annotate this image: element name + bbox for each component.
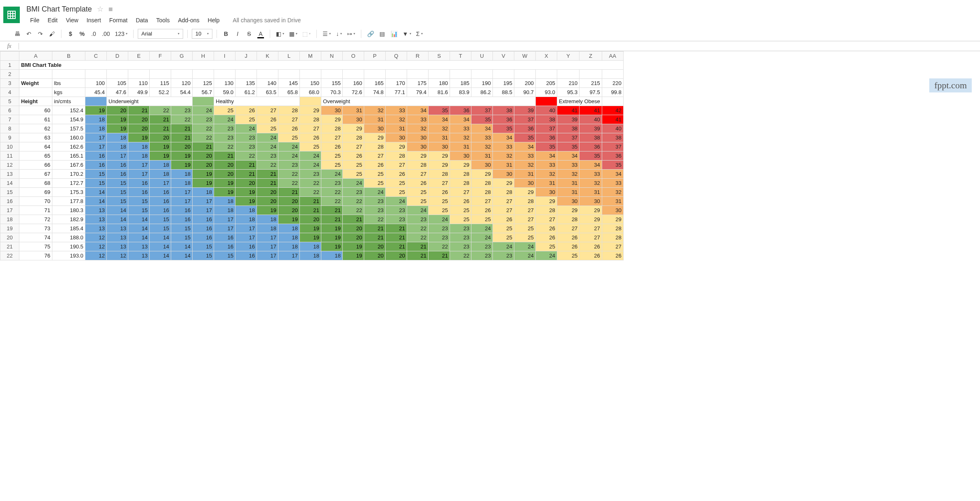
menu-help[interactable]: Help bbox=[204, 15, 224, 25]
bmi-cell[interactable]: 30 bbox=[321, 106, 343, 115]
bmi-cell[interactable]: 16 bbox=[150, 188, 171, 197]
bmi-cell[interactable]: 20 bbox=[386, 251, 407, 260]
bmi-cell[interactable]: 32 bbox=[536, 170, 557, 179]
bmi-cell[interactable]: 17 bbox=[193, 197, 214, 206]
col-header[interactable]: S bbox=[429, 52, 450, 61]
bmi-cell[interactable]: 19 bbox=[107, 115, 128, 124]
cell[interactable]: 182.9 bbox=[52, 215, 85, 224]
font-size-select[interactable]: 10 bbox=[192, 29, 212, 39]
bmi-cell[interactable]: 32 bbox=[429, 124, 450, 133]
row-header[interactable]: 6 bbox=[0, 106, 19, 115]
bmi-cell[interactable]: 24 bbox=[493, 242, 514, 251]
bmi-cell[interactable]: 33 bbox=[557, 161, 580, 170]
bmi-cell[interactable]: 24 bbox=[193, 106, 214, 115]
bmi-cell[interactable]: 22 bbox=[343, 197, 364, 206]
bmi-cell[interactable]: 36 bbox=[602, 151, 623, 161]
bmi-cell[interactable]: 27 bbox=[493, 197, 514, 206]
bmi-cell[interactable]: 27 bbox=[364, 151, 386, 161]
bmi-cell[interactable]: 21 bbox=[364, 224, 386, 233]
cell[interactable]: 63.5 bbox=[257, 88, 278, 97]
cell[interactable] bbox=[193, 70, 214, 79]
bmi-cell[interactable]: 31 bbox=[471, 151, 493, 161]
row-header[interactable]: 9 bbox=[0, 133, 19, 142]
bmi-cell[interactable]: 33 bbox=[580, 170, 602, 179]
bmi-cell[interactable]: 25 bbox=[343, 161, 364, 170]
col-header[interactable]: F bbox=[150, 52, 171, 61]
bmi-cell[interactable]: 18 bbox=[171, 179, 193, 188]
halign-icon[interactable]: ☰ bbox=[321, 29, 332, 39]
bmi-cell[interactable]: 14 bbox=[171, 242, 193, 251]
col-header[interactable]: R bbox=[407, 52, 429, 61]
cell[interactable] bbox=[236, 70, 257, 79]
bmi-cell[interactable]: 35 bbox=[471, 115, 493, 124]
cell[interactable]: 76 bbox=[19, 251, 52, 260]
borders-icon[interactable]: ▦ bbox=[287, 29, 299, 39]
cell[interactable]: 152.4 bbox=[52, 106, 85, 115]
bmi-cell[interactable]: 16 bbox=[107, 161, 128, 170]
bmi-cell[interactable]: 21 bbox=[128, 106, 150, 115]
bmi-cell[interactable]: 36 bbox=[493, 115, 514, 124]
cell[interactable] bbox=[493, 70, 514, 79]
link-icon[interactable]: 🔗 bbox=[365, 29, 376, 39]
bmi-cell[interactable]: 15 bbox=[150, 215, 171, 224]
bmi-cell[interactable]: 22 bbox=[150, 106, 171, 115]
bmi-cell[interactable]: 17 bbox=[214, 224, 236, 233]
bmi-cell[interactable]: 18 bbox=[236, 215, 257, 224]
bmi-cell[interactable]: 30 bbox=[557, 197, 580, 206]
bmi-cell[interactable]: 26 bbox=[536, 224, 557, 233]
bmi-cell[interactable]: 18 bbox=[257, 224, 278, 233]
bmi-cell[interactable]: 41 bbox=[602, 115, 623, 124]
bmi-cell[interactable]: 31 bbox=[557, 179, 580, 188]
cell[interactable]: 72.6 bbox=[343, 88, 364, 97]
row-header[interactable]: 21 bbox=[0, 242, 19, 251]
row-header[interactable]: 2 bbox=[0, 70, 19, 79]
bmi-cell[interactable]: 19 bbox=[321, 242, 343, 251]
bmi-cell[interactable]: 25 bbox=[364, 170, 386, 179]
bmi-cell[interactable]: 20 bbox=[171, 142, 193, 151]
col-header[interactable]: D bbox=[107, 52, 128, 61]
bmi-cell[interactable]: 23 bbox=[257, 151, 278, 161]
bmi-cell[interactable]: 25 bbox=[343, 170, 364, 179]
increase-decimal-icon[interactable]: .00 bbox=[100, 29, 111, 39]
bmi-cell[interactable]: 29 bbox=[300, 106, 321, 115]
bmi-cell[interactable]: 18 bbox=[214, 206, 236, 215]
bmi-cell[interactable]: 34 bbox=[602, 170, 623, 179]
bmi-cell[interactable]: 29 bbox=[343, 124, 364, 133]
bmi-cell[interactable]: 22 bbox=[343, 206, 364, 215]
bmi-cell[interactable]: 33 bbox=[602, 179, 623, 188]
bmi-cell[interactable]: 21 bbox=[386, 242, 407, 251]
bmi-cell[interactable]: 17 bbox=[257, 242, 278, 251]
bmi-cell[interactable]: 13 bbox=[128, 242, 150, 251]
bmi-cell[interactable]: 19 bbox=[128, 133, 150, 142]
col-header[interactable]: H bbox=[193, 52, 214, 61]
bmi-cell[interactable]: 27 bbox=[407, 170, 429, 179]
bmi-cell[interactable]: 16 bbox=[193, 224, 214, 233]
cell[interactable]: Weight bbox=[19, 79, 52, 88]
strike-icon[interactable]: S bbox=[244, 29, 254, 39]
cell[interactable] bbox=[407, 70, 429, 79]
bmi-cell[interactable]: 37 bbox=[536, 124, 557, 133]
bmi-cell[interactable]: 18 bbox=[236, 206, 257, 215]
col-header[interactable]: E bbox=[128, 52, 150, 61]
bmi-cell[interactable]: 26 bbox=[580, 242, 602, 251]
bmi-cell[interactable]: 23 bbox=[450, 242, 471, 251]
bmi-cell[interactable]: 16 bbox=[128, 179, 150, 188]
bmi-cell[interactable]: 29 bbox=[602, 215, 623, 224]
bmi-cell[interactable]: 14 bbox=[128, 233, 150, 242]
bmi-cell[interactable]: 19 bbox=[171, 161, 193, 170]
bmi-cell[interactable]: 27 bbox=[386, 161, 407, 170]
cell[interactable] bbox=[278, 70, 300, 79]
bmi-cell[interactable]: 26 bbox=[386, 170, 407, 179]
cell[interactable]: 64 bbox=[19, 142, 52, 151]
bmi-cell[interactable]: 29 bbox=[386, 142, 407, 151]
bmi-cell[interactable]: 26 bbox=[450, 197, 471, 206]
folder-icon[interactable]: ■ bbox=[108, 5, 113, 14]
cell[interactable]: 86.2 bbox=[471, 88, 493, 97]
cell[interactable]: 145 bbox=[278, 79, 300, 88]
bmi-cell[interactable]: 28 bbox=[557, 215, 580, 224]
bmi-cell[interactable]: 19 bbox=[300, 233, 321, 242]
cell[interactable]: 47.6 bbox=[107, 88, 128, 97]
cell[interactable]: 67 bbox=[19, 170, 52, 179]
cell[interactable]: in/cmts bbox=[52, 97, 85, 106]
cell[interactable] bbox=[343, 70, 364, 79]
